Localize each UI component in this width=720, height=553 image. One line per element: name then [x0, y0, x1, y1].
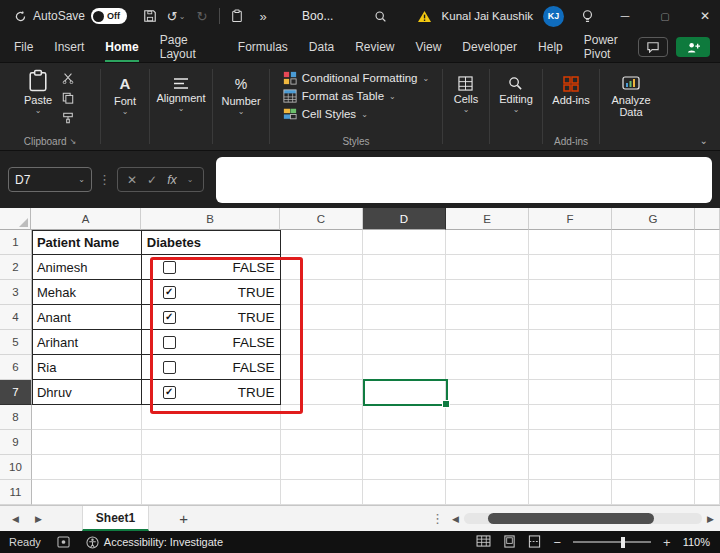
maximize-button[interactable]: ▢: [650, 0, 680, 32]
menu-tab-power-pivot[interactable]: Power Pivot: [584, 32, 638, 62]
checkbox-B3[interactable]: ✓: [163, 286, 176, 299]
cell-E10[interactable]: [446, 455, 529, 480]
redo-button[interactable]: ↻: [189, 4, 215, 28]
paste-button[interactable]: Paste ⌄: [24, 69, 52, 125]
zoom-level[interactable]: 110%: [683, 536, 710, 548]
row-header-2[interactable]: 2: [0, 255, 32, 280]
addins-button[interactable]: Add-ins: [552, 69, 589, 106]
format-as-table-button[interactable]: Format as Table ⌄: [283, 89, 396, 103]
cell-G10[interactable]: [612, 455, 695, 480]
share-button[interactable]: [676, 37, 710, 57]
cell-A8[interactable]: [32, 405, 142, 430]
menu-tab-formulas[interactable]: Formulas: [238, 32, 288, 62]
dialog-launcher-icon[interactable]: ↘: [70, 137, 77, 146]
cell-F3[interactable]: [529, 280, 612, 305]
cell-G8[interactable]: [612, 405, 695, 430]
conditional-formatting-button[interactable]: Conditional Formatting ⌄: [283, 71, 429, 85]
cell-D5[interactable]: [363, 330, 446, 355]
page-break-view-button[interactable]: [528, 535, 541, 550]
cell-E7[interactable]: [446, 380, 529, 405]
scroll-left-icon[interactable]: ◀: [452, 514, 459, 524]
format-painter-button[interactable]: [60, 111, 76, 125]
row-header-9[interactable]: 9: [0, 430, 32, 455]
column-header-E[interactable]: E: [446, 208, 529, 230]
feature-tips-button[interactable]: [574, 4, 600, 28]
checkbox-B7[interactable]: ✓: [163, 386, 176, 399]
enter-icon[interactable]: ✓: [147, 173, 157, 187]
cell-D2[interactable]: [363, 255, 446, 280]
cell-F2[interactable]: [529, 255, 612, 280]
cell-G2[interactable]: [612, 255, 695, 280]
cell-B7[interactable]: ✓TRUE: [142, 380, 281, 405]
row-header-4[interactable]: 4: [0, 305, 32, 330]
cell-C9[interactable]: [281, 430, 364, 455]
cell-E8[interactable]: [446, 405, 529, 430]
scroll-right-icon[interactable]: ▶: [707, 514, 714, 524]
row-header-5[interactable]: 5: [0, 330, 32, 355]
cell-D6[interactable]: [363, 355, 446, 380]
zoom-slider[interactable]: [573, 537, 651, 548]
cell-B6[interactable]: FALSE: [142, 355, 281, 380]
cell-E4[interactable]: [446, 305, 529, 330]
cell-G3[interactable]: [612, 280, 695, 305]
cell-G11[interactable]: [612, 480, 695, 505]
font-group-button[interactable]: A Font ⌄: [114, 69, 136, 115]
cell-F4[interactable]: [529, 305, 612, 330]
cell-C10[interactable]: [281, 455, 364, 480]
cell-B8[interactable]: [142, 405, 281, 430]
cell-A5[interactable]: Arihant: [32, 330, 142, 355]
zoom-in-button[interactable]: +: [663, 535, 671, 550]
cell-A11[interactable]: [32, 480, 142, 505]
checkbox-B6[interactable]: [163, 361, 176, 374]
cell-A3[interactable]: Mehak: [32, 280, 142, 305]
cell-C11[interactable]: [281, 480, 364, 505]
cell-F11[interactable]: [529, 480, 612, 505]
menu-tab-home[interactable]: Home: [105, 32, 138, 62]
warning-icon[interactable]: [417, 10, 432, 23]
minimize-button[interactable]: ─: [610, 0, 640, 32]
number-group-button[interactable]: % Number ⌄: [221, 69, 260, 115]
cell-G1[interactable]: [612, 230, 695, 255]
column-header-A[interactable]: A: [31, 208, 141, 230]
close-button[interactable]: ✕: [690, 0, 720, 32]
cell-F8[interactable]: [529, 405, 612, 430]
cell-A10[interactable]: [32, 455, 142, 480]
cell-B11[interactable]: [142, 480, 281, 505]
cell-G6[interactable]: [612, 355, 695, 380]
column-header-C[interactable]: C: [280, 208, 363, 230]
cancel-icon[interactable]: ✕: [127, 173, 137, 187]
name-box[interactable]: D7 ⌄: [8, 167, 92, 192]
cell-E1[interactable]: [446, 230, 529, 255]
cell-A7[interactable]: Dhruv: [32, 380, 142, 405]
cell-E9[interactable]: [446, 430, 529, 455]
cell-C8[interactable]: [281, 405, 364, 430]
cell-G7[interactable]: [612, 380, 695, 405]
editing-group-button[interactable]: Editing ⌄: [499, 69, 533, 113]
normal-view-button[interactable]: [476, 535, 491, 549]
user-name[interactable]: Kunal Jai Kaushik: [442, 10, 533, 22]
column-header-F[interactable]: F: [529, 208, 612, 230]
cell-F6[interactable]: [529, 355, 612, 380]
name-box-splitter[interactable]: ⋮: [98, 172, 111, 187]
zoom-out-button[interactable]: −: [553, 535, 561, 550]
cell-D9[interactable]: [363, 430, 446, 455]
menu-tab-file[interactable]: File: [14, 32, 33, 62]
cell-D3[interactable]: [363, 280, 446, 305]
menu-tab-data[interactable]: Data: [309, 32, 334, 62]
menu-tab-developer[interactable]: Developer: [462, 32, 517, 62]
zoom-slider-thumb[interactable]: [621, 537, 625, 548]
cell-B1[interactable]: Diabetes: [142, 230, 281, 255]
cell-styles-button[interactable]: Cell Styles ⌄: [283, 107, 368, 121]
select-all-button[interactable]: [0, 208, 31, 230]
cell-B5[interactable]: FALSE: [142, 330, 281, 355]
cell-C1[interactable]: [281, 230, 364, 255]
row-header-3[interactable]: 3: [0, 280, 32, 305]
horizontal-scrollbar[interactable]: ◀ ▶: [452, 513, 714, 524]
cell-A9[interactable]: [32, 430, 142, 455]
row-header-11[interactable]: 11: [0, 480, 32, 505]
new-sheet-button[interactable]: +: [179, 510, 188, 527]
cell-E2[interactable]: [446, 255, 529, 280]
insert-function-button[interactable]: fx: [167, 173, 177, 187]
row-header-6[interactable]: 6: [0, 355, 32, 380]
cell-A1[interactable]: Patient Name: [32, 230, 142, 255]
